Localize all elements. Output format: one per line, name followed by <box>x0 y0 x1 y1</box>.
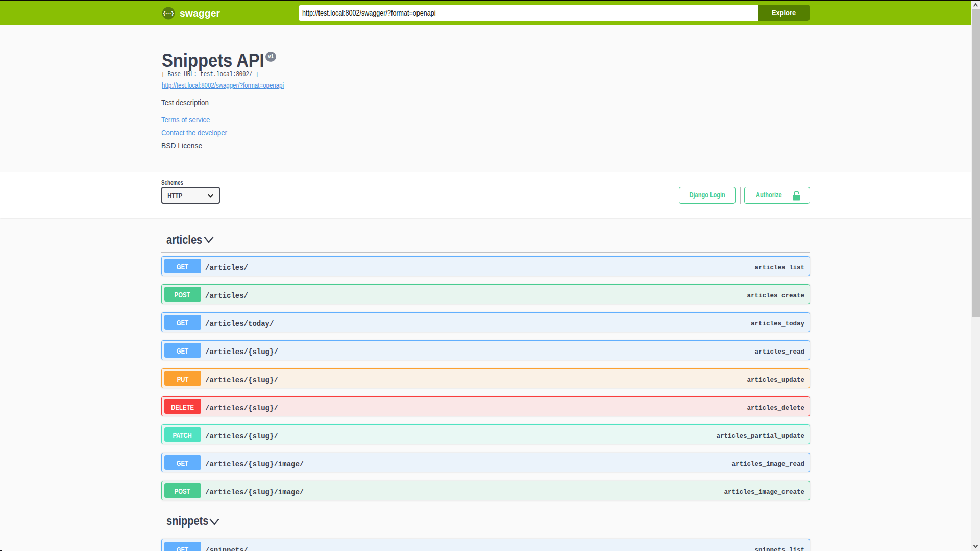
svg-text:{···}: {···} <box>163 10 174 16</box>
